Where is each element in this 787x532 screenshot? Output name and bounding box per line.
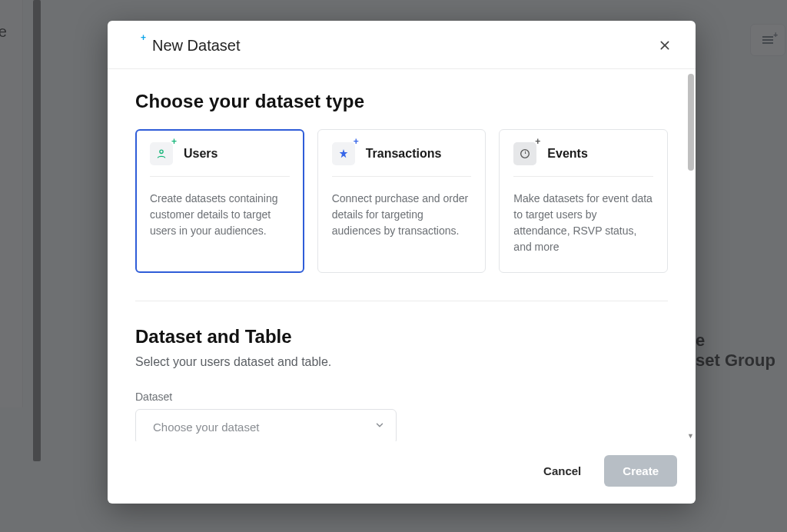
type-cards: + Users Create datasets containing custo… bbox=[135, 129, 668, 273]
scrollbar-down-arrow[interactable]: ▼ bbox=[687, 432, 694, 440]
card-head: + Users bbox=[150, 142, 290, 177]
card-head: + Transactions bbox=[332, 142, 472, 177]
transactions-icon: + bbox=[332, 142, 355, 165]
cancel-button[interactable]: Cancel bbox=[537, 457, 587, 485]
card-desc: Connect purchase and order details for t… bbox=[332, 191, 472, 239]
type-card-users[interactable]: + Users Create datasets containing custo… bbox=[135, 129, 304, 273]
close-button[interactable] bbox=[654, 35, 676, 56]
card-desc: Make datasets for event data to target u… bbox=[513, 191, 653, 255]
modal-footer: Cancel Create bbox=[108, 441, 696, 504]
modal-header: + New Dataset bbox=[108, 21, 696, 68]
close-icon bbox=[659, 39, 671, 52]
dataset-select[interactable]: Choose your dataset bbox=[135, 409, 397, 441]
users-icon: + bbox=[150, 142, 173, 165]
svg-marker-3 bbox=[339, 149, 347, 158]
dataset-table-title: Dataset and Table bbox=[135, 326, 668, 347]
modal-body: Choose your dataset type + Users Create … bbox=[108, 69, 696, 441]
modal-scrollbar[interactable]: ▼ bbox=[686, 69, 696, 441]
choose-type-title: Choose your dataset type bbox=[135, 91, 668, 112]
chevron-down-icon bbox=[374, 420, 385, 434]
create-button[interactable]: Create bbox=[604, 455, 677, 487]
new-dataset-modal: + New Dataset Choose your dataset type +… bbox=[108, 21, 696, 504]
card-title: Events bbox=[547, 147, 587, 161]
card-title: Users bbox=[184, 147, 218, 161]
dataset-select-placeholder: Choose your dataset bbox=[153, 421, 259, 434]
type-card-transactions[interactable]: + Transactions Connect purchase and orde… bbox=[317, 129, 486, 273]
card-head: + Events bbox=[513, 142, 653, 177]
modal-title: New Dataset bbox=[152, 37, 241, 55]
dataset-table-desc: Select your users dataset and table. bbox=[135, 355, 668, 369]
type-card-events[interactable]: + Events Make datasets for event data to… bbox=[499, 129, 668, 273]
dataset-icon: + bbox=[128, 38, 143, 53]
scrollbar-thumb[interactable] bbox=[688, 74, 694, 171]
card-desc: Create datasets containing customer deta… bbox=[150, 191, 290, 239]
events-icon: + bbox=[513, 142, 536, 165]
dataset-field-label: Dataset bbox=[135, 391, 668, 403]
modal-header-left: + New Dataset bbox=[128, 37, 241, 55]
card-title: Transactions bbox=[366, 147, 442, 161]
modal-scroll-area[interactable]: Choose your dataset type + Users Create … bbox=[108, 69, 696, 441]
svg-point-2 bbox=[160, 150, 163, 153]
section-divider bbox=[135, 301, 668, 301]
